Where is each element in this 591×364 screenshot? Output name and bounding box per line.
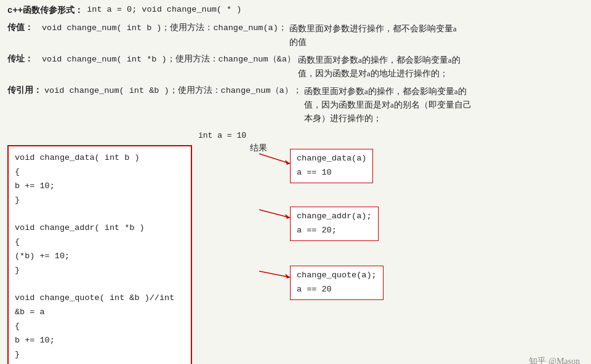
result1-line2: a == 10	[297, 166, 366, 180]
desc-pass-by-value: 函数里面对参数进行操作，都不会影响变量a的值	[289, 22, 462, 49]
result3-line1: change_quote(a);	[297, 269, 377, 283]
svg-line-2	[259, 210, 290, 218]
code-line-14: }	[15, 348, 185, 362]
code-pass-by-reference: void change_num( int &b )；使用方法：change_nu…	[44, 85, 302, 96]
code-line-5	[15, 208, 185, 221]
code-pass-by-value: void change_num( int b )；使用方法：change_num…	[42, 22, 287, 33]
svg-line-0	[259, 154, 290, 164]
code-line-9: }	[15, 264, 185, 278]
code-line-10	[15, 278, 185, 291]
code-line-2: {	[15, 165, 185, 180]
code-line-1: void change_data( int b )	[15, 151, 185, 165]
code-line-7: {	[15, 235, 185, 250]
result3-line2: a == 20	[297, 283, 377, 297]
watermark: 知乎 @Mason	[529, 356, 580, 364]
label-pass-by-reference: 传引用：	[7, 85, 42, 96]
svg-line-4	[259, 271, 290, 277]
result-box-3: change_quote(a); a == 20	[290, 266, 384, 300]
desc-pass-by-reference: 函数里面对参数a的操作，都会影响变量a的值，因为函数里面是对a的别名（即变量自己…	[304, 85, 476, 125]
label-pass-by-value: 传值：	[7, 22, 39, 33]
result1-line1: change_data(a)	[297, 152, 366, 166]
code-block: void change_data( int b ) { b += 10; } v…	[7, 145, 192, 364]
header-code: int a = 0; void change_num( * )	[87, 5, 241, 14]
code-line-12: {	[15, 320, 185, 334]
svg-marker-5	[285, 274, 290, 279]
svg-marker-3	[285, 214, 290, 219]
code-line-4: }	[15, 194, 185, 208]
result-label: 结果	[250, 143, 267, 154]
code-line-8: (*b) += 10;	[15, 250, 185, 264]
code-line-6: void change_addr( int *b )	[15, 221, 185, 235]
svg-marker-1	[285, 160, 290, 165]
desc-pass-by-address: 函数里面对参数a的操作，都会影响变量a的值，因为函数是对a的地址进行操作的；	[298, 53, 470, 80]
row-pass-by-address: 传址： void change_num( int *b )；使用方法：chang…	[7, 53, 584, 80]
int-a-value: int a = 10	[198, 131, 246, 140]
row-pass-by-reference: 传引用： void change_num( int &b )；使用方法：chan…	[7, 85, 584, 125]
result-box-2: change_addr(a); a == 20;	[290, 207, 379, 241]
code-pass-by-address: void change_num( int *b )；使用方法：change_nu…	[42, 53, 296, 65]
header-row: c++函数传参形式： int a = 0; void change_num( *…	[7, 5, 584, 16]
result2-line1: change_addr(a);	[297, 210, 372, 224]
page: c++函数传参形式： int a = 0; void change_num( *…	[0, 0, 591, 364]
result-box-1: change_data(a) a == 10	[290, 149, 373, 183]
bottom-area: void change_data( int b ) { b += 10; } v…	[7, 145, 584, 364]
label-pass-by-address: 传址：	[7, 53, 39, 65]
code-line-11: void change_quote( int &b )//int &b = a	[15, 291, 185, 320]
result2-line2: a == 20;	[297, 224, 372, 238]
header-label: c++函数传参形式：	[7, 5, 83, 16]
row-pass-by-value: 传值： void change_num( int b )；使用方法：change…	[7, 22, 584, 49]
code-line-3: b += 10;	[15, 180, 185, 194]
code-line-13: b += 10;	[15, 334, 185, 348]
